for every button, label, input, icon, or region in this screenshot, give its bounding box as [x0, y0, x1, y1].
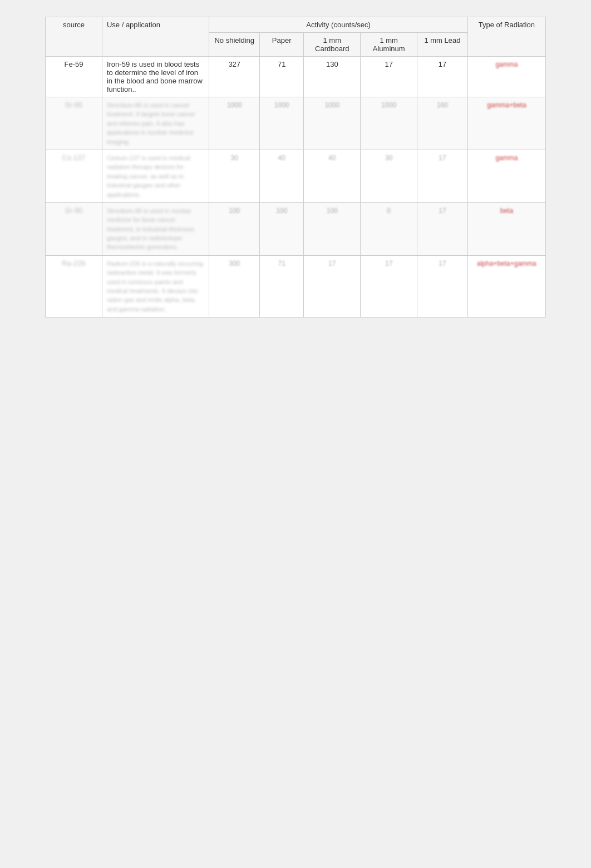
- cell-use: Strontium-85 is used in cancer treatment…: [102, 97, 209, 150]
- cell-type: gamma+beta: [467, 97, 545, 150]
- cell-no_shield: 100: [209, 202, 260, 255]
- cell-use: Iron-59 is used in blood tests to determ…: [102, 57, 209, 97]
- header-aluminum: 1 mm Aluminum: [361, 33, 417, 57]
- cell-paper: 100: [260, 202, 304, 255]
- cell-aluminum: 17: [361, 57, 417, 97]
- cell-source: Ra-226: [46, 255, 102, 317]
- cell-source: Sr-85: [46, 97, 102, 150]
- cell-type: gamma: [467, 57, 545, 97]
- cell-lead: 17: [417, 255, 468, 317]
- header-paper: Paper: [260, 33, 304, 57]
- cell-aluminum: 17: [361, 255, 417, 317]
- cell-cardboard: 130: [304, 57, 361, 97]
- cell-cardboard: 40: [304, 150, 361, 202]
- header-source: source: [46, 17, 102, 57]
- cell-source: Cs-137: [46, 150, 102, 202]
- page-wrapper: source Use / application Activity (count…: [45, 11, 546, 318]
- cell-no_shield: 1000: [209, 97, 260, 150]
- cell-cardboard: 17: [304, 255, 361, 317]
- header-activity: Activity (counts/sec): [209, 17, 467, 33]
- cell-cardboard: 1000: [304, 97, 361, 150]
- cell-type: alpha+beta+gamma: [467, 255, 545, 317]
- cell-aluminum: 1000: [361, 97, 417, 150]
- cell-cardboard: 100: [304, 202, 361, 255]
- header-use: Use / application: [102, 17, 209, 57]
- cell-no_shield: 30: [209, 150, 260, 202]
- cell-use: Strontium-90 is used in nuclear medicine…: [102, 202, 209, 255]
- cell-no_shield: 300: [209, 255, 260, 317]
- cell-paper: 1000: [260, 97, 304, 150]
- cell-paper: 71: [260, 255, 304, 317]
- data-table: source Use / application Activity (count…: [45, 17, 546, 318]
- cell-lead: 17: [417, 150, 468, 202]
- cell-no_shield: 327: [209, 57, 260, 97]
- cell-paper: 71: [260, 57, 304, 97]
- cell-lead: 17: [417, 57, 468, 97]
- cell-source: Sr-90: [46, 202, 102, 255]
- cell-aluminum: 0: [361, 202, 417, 255]
- cell-use: Radium-226 is a naturally occurring radi…: [102, 255, 209, 317]
- table-row: Cs-137Cesium-137 is used in medical radi…: [46, 150, 546, 202]
- table-row: Ra-226Radium-226 is a naturally occurrin…: [46, 255, 546, 317]
- cell-use: Cesium-137 is used in medical radiation …: [102, 150, 209, 202]
- cell-type: beta: [467, 202, 545, 255]
- table-row: Sr-90Strontium-90 is used in nuclear med…: [46, 202, 546, 255]
- header-type: Type of Radiation: [467, 17, 545, 57]
- cell-lead: 17: [417, 202, 468, 255]
- cell-paper: 40: [260, 150, 304, 202]
- header-cardboard: 1 mm Cardboard: [304, 33, 361, 57]
- cell-aluminum: 30: [361, 150, 417, 202]
- table-row: Sr-85Strontium-85 is used in cancer trea…: [46, 97, 546, 150]
- table-row: Fe-59Iron-59 is used in blood tests to d…: [46, 57, 546, 97]
- cell-lead: 160: [417, 97, 468, 150]
- header-lead: 1 mm Lead: [417, 33, 468, 57]
- cell-type: gamma: [467, 150, 545, 202]
- cell-source: Fe-59: [46, 57, 102, 97]
- header-noshield: No shielding: [209, 33, 260, 57]
